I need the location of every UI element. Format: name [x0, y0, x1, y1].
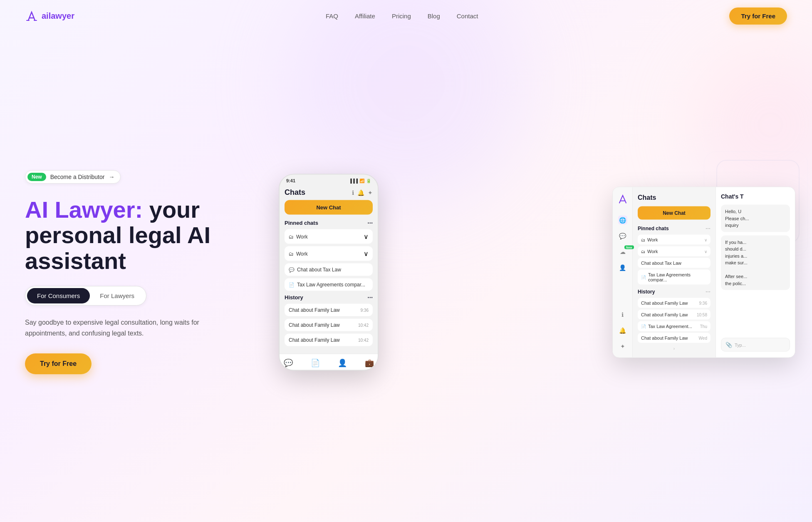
desktop-regular-row-1[interactable]: Chat about Tax Law — [638, 258, 710, 268]
desktop-history-row-2[interactable]: Chat about Family Law 10:58 — [638, 310, 710, 320]
phone-status-icons: ▐▐▐📶🔋 — [349, 178, 371, 183]
sidebar-globe-icon[interactable]: 🌐 — [618, 216, 627, 225]
hero-description: Say goodbye to expensive legal consultat… — [25, 317, 200, 338]
navbar: ailawyer FAQ Affiliate Pricing Blog Cont… — [0, 0, 812, 32]
nav-affiliate[interactable]: Affiliate — [355, 12, 375, 20]
sidebar-settings-icon[interactable]: ✦ — [618, 342, 627, 351]
scroll-indicator: › — [638, 346, 710, 351]
phone-pinned-item-2[interactable]: 🗂 Work ∨ — [285, 246, 373, 261]
desktop-logo-icon — [617, 194, 629, 206]
chat-input-bar: 📎 Typ... — [721, 338, 790, 352]
desktop-history-time-2: 10:58 — [697, 312, 707, 317]
hero-right: 9:41 ▐▐▐📶🔋 Chats ℹ 🔔 ✦ New Chat — [258, 147, 787, 397]
toggle-consumers-button[interactable]: For Consumers — [27, 288, 90, 303]
phone-nav-chat-icon[interactable]: 💬 — [284, 358, 293, 368]
folder-icon-2: 🗂 — [289, 251, 294, 256]
desktop-regular-label-1: Chat about Tax Law — [641, 261, 681, 266]
desktop-history-row-3[interactable]: 📄 Tax Law Agreement... Thu — [638, 321, 710, 331]
phone-time: 9:41 — [286, 178, 295, 183]
phone-chevron-1: ∨ — [364, 233, 369, 241]
nav-blog[interactable]: Blog — [428, 12, 440, 20]
desktop-pinned-row-label-1: 🗂 Work — [641, 237, 658, 242]
desktop-history-more-icon[interactable]: ⋯ — [706, 289, 710, 295]
phone-regular-item-2[interactable]: 📄 Tax Law Agreements compar... — [285, 278, 373, 291]
desktop-pinned-label: Pinned chats — [638, 226, 669, 231]
desktop-history-row-label-1: Chat about Family Law — [641, 301, 688, 306]
phone-nav-bar: 💬 📄 👤 💼 — [279, 354, 379, 370]
desktop-history-row-label-2: Chat about Family Law — [641, 312, 688, 317]
desktop-pinned-row-2[interactable]: 🗂 Work ∨ — [638, 246, 710, 256]
phone-nav-docs-icon[interactable]: 📄 — [311, 358, 320, 368]
nav-faq[interactable]: FAQ — [326, 12, 338, 20]
toggle-lawyers-button[interactable]: For Lawyers — [90, 288, 144, 303]
desktop-chat-detail-title: Chat's T — [721, 193, 790, 200]
phone-chevron-2: ∨ — [364, 250, 369, 258]
chat-bubble-1: Hello, UPlease ch...inquiry — [721, 205, 790, 232]
hero-try-free-button[interactable]: Try for Free — [25, 353, 92, 374]
phone-body: Chats ℹ 🔔 ✦ New Chat Pinned chats ⋯ — [280, 185, 378, 354]
chat-attachment-icon[interactable]: 📎 — [725, 342, 732, 348]
phone-status-bar: 9:41 ▐▐▐📶🔋 — [280, 175, 378, 185]
phone-history-time-2: 10:42 — [358, 323, 369, 327]
chat-input-placeholder[interactable]: Typ... — [735, 342, 785, 347]
phone-history-more-icon[interactable]: ⋯ — [367, 294, 373, 301]
desktop-folder-icon-2: 🗂 — [641, 249, 645, 254]
phone-chats-title: Chats — [285, 188, 305, 197]
desktop-chat-detail: Chat's T Hello, UPlease ch...inquiry If … — [716, 187, 795, 358]
badge-distributor-text: Become a Distributor — [50, 174, 105, 180]
audience-toggle: For Consumers For Lawyers — [25, 286, 146, 306]
desktop-history-row-label-4: Chat about Family Law — [641, 336, 688, 341]
desktop-doc-icon: 📄 — [641, 275, 646, 279]
desktop-pinned-more-icon[interactable]: ⋯ — [706, 226, 710, 231]
doc-icon-1: 📄 — [289, 282, 295, 287]
desktop-history-row-4[interactable]: Chat about Family Law Wed — [638, 333, 710, 343]
hero-badge[interactable]: New Become a Distributor → — [25, 170, 121, 184]
hero-title: AI Lawyer: your personal legal AI assist… — [25, 197, 241, 274]
badge-new-label: New — [27, 173, 46, 181]
nav-contact[interactable]: Contact — [457, 12, 478, 20]
phone-history-section-header: History ⋯ — [285, 294, 373, 301]
desktop-history-time-1: 9:36 — [699, 301, 707, 305]
desktop-history-row-label-3: 📄 Tax Law Agreement... — [641, 324, 692, 329]
phone-regular-item-1[interactable]: 💬 Chat about Tax Law — [285, 263, 373, 276]
desktop-panel-title: Chats — [638, 194, 710, 201]
phone-regular-label-1: 💬 Chat about Tax Law — [289, 267, 341, 273]
desktop-mockup: 🌐 💬 ☁ 👤 ℹ 🔔 ✦ Chats New Chat Pinned chat… — [612, 187, 795, 358]
phone-pinned-more-icon[interactable]: ⋯ — [367, 220, 373, 226]
phone-history-time-1: 9:36 — [361, 308, 369, 312]
phone-history-item-2[interactable]: Chat about Family Law 10:42 — [285, 319, 373, 331]
nav-pricing[interactable]: Pricing — [392, 12, 411, 20]
phone-info-icon[interactable]: ℹ — [352, 189, 354, 196]
badge-arrow-icon: → — [109, 174, 114, 180]
desktop-doc-icon-2: 📄 — [641, 324, 646, 328]
phone-pinned-label-1: 🗂 Work — [289, 234, 308, 239]
desktop-history-header: History ⋯ — [638, 289, 710, 295]
hero-left: New Become a Distributor → AI Lawyer: yo… — [25, 170, 241, 375]
sidebar-info-icon[interactable]: ℹ — [618, 310, 627, 319]
phone-nav-profile-icon[interactable]: 👤 — [338, 358, 347, 368]
phone-pinned-item-1[interactable]: 🗂 Work ∨ — [285, 229, 373, 244]
phone-new-chat-button[interactable]: New Chat — [285, 200, 373, 215]
phone-history-label-2: Chat about Family Law — [289, 322, 340, 328]
phone-mockup: 9:41 ▐▐▐📶🔋 Chats ℹ 🔔 ✦ New Chat — [279, 174, 379, 371]
desktop-regular-row-2[interactable]: 📄 Tax Law Agreements compar... — [638, 270, 710, 285]
phone-bell-icon[interactable]: 🔔 — [357, 189, 364, 196]
phone-settings-icon[interactable]: ✦ — [368, 189, 373, 196]
desktop-pinned-row-1[interactable]: 🗂 Work ∨ — [638, 235, 710, 245]
nav-try-free-button[interactable]: Try for Free — [729, 7, 787, 25]
phone-history-item-1[interactable]: Chat about Family Law 9:36 — [285, 304, 373, 316]
sidebar-bell-icon[interactable]: 🔔 — [618, 326, 627, 335]
desktop-folder-icon-1: 🗂 — [641, 237, 645, 242]
logo[interactable]: ailawyer — [25, 10, 74, 23]
desktop-history-row-1[interactable]: Chat about Family Law 9:36 — [638, 298, 710, 308]
phone-history-item-3[interactable]: Chat about Family Law 10:42 — [285, 334, 373, 346]
sidebar-cloud-icon[interactable]: ☁ — [618, 247, 627, 256]
phone-history-label-3: Chat about Family Law — [289, 337, 340, 343]
sidebar-profile-icon[interactable]: 👤 — [618, 263, 627, 272]
phone-nav-work-icon[interactable]: 💼 — [365, 358, 374, 368]
phone-history-time-3: 10:42 — [358, 338, 369, 342]
desktop-new-chat-button[interactable]: New Chat — [638, 206, 710, 220]
folder-icon-1: 🗂 — [289, 234, 294, 239]
sidebar-chat-icon[interactable]: 💬 — [618, 231, 627, 241]
phone-pinned-section-header: Pinned chats ⋯ — [285, 220, 373, 226]
